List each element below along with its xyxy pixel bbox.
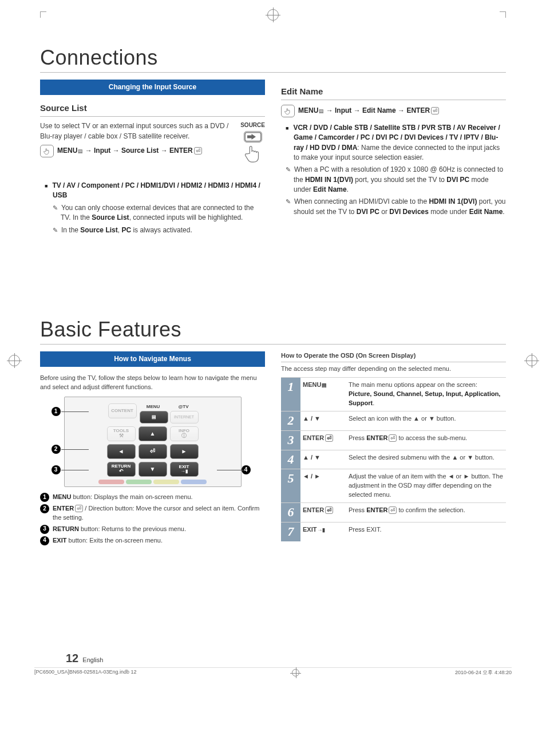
enter-icon [324,506,333,513]
remote-left-button: ◄ [107,444,136,459]
edit-name-device-list: VCR / DVD / Cable STB / Satellite STB / … [281,123,506,163]
enter-icon [324,434,333,441]
remote-menu-button: ▤ [140,411,168,423]
osd-step-7: 7 EXIT Press EXIT. [281,523,506,541]
osd-desc-7: Press EXIT. [346,523,506,541]
note-connected-inputs: You can only choose external devices tha… [40,203,265,223]
page-footer: 12 English [66,652,103,665]
path-enter-label: ENTER [169,147,193,155]
osd-key-updown: ▲ / ▼ [300,411,346,430]
legend-item-exit: 4EXIT button: Exits the on-screen menu. [40,536,265,545]
left-column-bf: How to Navigate Menus Before using the T… [40,351,265,548]
osd-desc-3: Press ENTER to access the sub-menu. [346,430,506,450]
remote-return-button: RETURN↶ [107,462,136,477]
path-editname-label: Edit Name [362,106,396,114]
remote-hand-icon [40,145,54,157]
note-pc-activated: In the Source List, PC is always activat… [40,225,265,235]
osd-desc-5: Adjust the value of an item with the ◄ o… [346,469,506,503]
legend-item-enter: 2ENTER / Direction button: Move the curs… [40,504,265,523]
remote-hand-icon [281,105,295,117]
menu-icon [318,106,324,114]
hand-pointer-icon [242,143,264,164]
legend-item-menu: 1MENU button: Displays the main on-scree… [40,493,265,502]
right-column-bf: How to Operate the OSD (On Screen Displa… [281,351,506,548]
osd-desc-2: Select an icon with the ▲ or ▼ button. [346,411,506,430]
osd-step-5: 5 ◄ / ► Adjust the value of an item with… [281,469,506,503]
osd-subtext: The access step may differ depending on … [281,365,506,374]
banner-navigate-menus: How to Navigate Menus [40,351,265,367]
menu-icon [77,147,83,155]
osd-key-enter: ENTER [303,506,324,513]
remote-diagram: 1 2 3 4 CONTENT MENU ▤ [64,397,242,487]
remote-enter-button: ⏎ [139,444,167,459]
osd-key-updown: ▲ / ▼ [300,450,346,469]
note-hdmi-dvi-cable: When connecting an HDMI/DVI cable to the… [281,197,506,217]
remote-atv-label: @TV [170,403,197,410]
remote-up-button: ▲ [139,426,167,441]
enter-icon [74,505,83,512]
section-title-connections: Connections [40,46,506,73]
heading-edit-name: Edit Name [281,85,506,100]
menu-icon [321,381,327,388]
menu-path-source-list: MENU → Input → Source List → ENTER [40,145,236,157]
remote-menu-label: MENU [140,403,167,410]
enter-icon [387,506,397,513]
left-column: Changing the Input Source Source List SO… [40,80,265,238]
remote-info-button: INFOⓘ [170,426,199,441]
registration-mark-right [526,355,537,369]
remote-exit-button: EXIT→▮ [170,462,199,477]
remote-legend: 1MENU button: Displays the main on-scree… [40,493,265,545]
remote-right-button: ► [170,444,199,459]
note-hdmi-resolution: When a PC with a resolution of 1920 x 10… [281,165,506,195]
osd-step-6: 6 ENTER Press ENTER to confirm the selec… [281,503,506,523]
osd-desc-6: Press ENTER to confirm the selection. [346,503,506,523]
osd-desc-4: Select the desired submenu with the ▲ or… [346,450,506,469]
osd-key-leftright: ◄ / ► [300,469,346,503]
file-stamp: [PC6500_USA]BN68-02581A-03Eng.indb 12 20… [34,667,512,676]
enter-icon [387,434,397,441]
exit-icon [316,526,325,533]
path-enter-label: ENTER [406,106,430,114]
osd-step-1: 1 MENU The main menu options appear on t… [281,377,506,411]
osd-desc-1: The main menu options appear on the scre… [346,377,506,411]
enter-icon [193,147,202,155]
osd-step-4: 4 ▲ / ▼ Select the desired submenu with … [281,450,506,469]
available-inputs-list: TV / AV / Component / PC / HDMI1/DVI / H… [40,181,265,201]
path-menu-label: MENU [57,147,77,155]
osd-step-3: 3 ENTER Press ENTER to access the sub-me… [281,430,506,450]
navigate-intro: Before using the TV, follow the steps be… [40,374,265,392]
remote-color-buttons [65,480,241,484]
file-stamp-left: [PC6500_USA]BN68-02581A-03Eng.indb 12 [34,669,137,676]
remote-tools-button: TOOLS⚒ [107,426,136,441]
page-language: English [82,656,103,663]
osd-key-menu: MENU [303,381,321,388]
remote-internet-button: INTERNET [170,411,199,423]
osd-step-2: 2 ▲ / ▼ Select an icon with the ▲ or ▼ b… [281,411,506,430]
osd-key-exit: EXIT [303,526,316,533]
enter-icon [430,106,439,114]
section-title-basic-features: Basic Features [40,318,506,345]
path-input-label: Input [335,106,351,114]
source-button-diagram: SOURCE [240,121,265,167]
registration-mark-left [9,355,20,369]
legend-item-return: 3RETURN button: Returns to the previous … [40,525,265,534]
page-number: 12 [66,652,78,664]
osd-key-enter: ENTER [303,434,324,441]
path-menu-label: MENU [298,106,318,114]
file-stamp-right: 2010-06-24 오후 4:48:20 [455,669,512,676]
path-sourcelist-label: Source List [121,147,159,155]
source-list-description: Use to select TV or an external input so… [40,121,265,141]
heading-source-list: Source List [40,102,265,117]
crop-mark-top-right [500,11,506,18]
registration-mark-top [267,9,279,22]
osd-steps-table: 1 MENU The main menu options appear on t… [281,377,506,541]
banner-changing-input-source: Changing the Input Source [40,80,265,95]
right-column: Edit Name MENU → Input → Edit Name → ENT… [281,80,506,238]
source-button-icon [244,131,262,143]
remote-down-button: ▼ [139,462,167,477]
path-input-label: Input [94,147,110,155]
menu-path-edit-name: MENU → Input → Edit Name → ENTER [281,105,506,117]
osd-heading: How to Operate the OSD (On Screen Displa… [281,351,506,362]
crop-mark-top-left [40,11,46,18]
remote-content-button: CONTENT [108,403,137,418]
